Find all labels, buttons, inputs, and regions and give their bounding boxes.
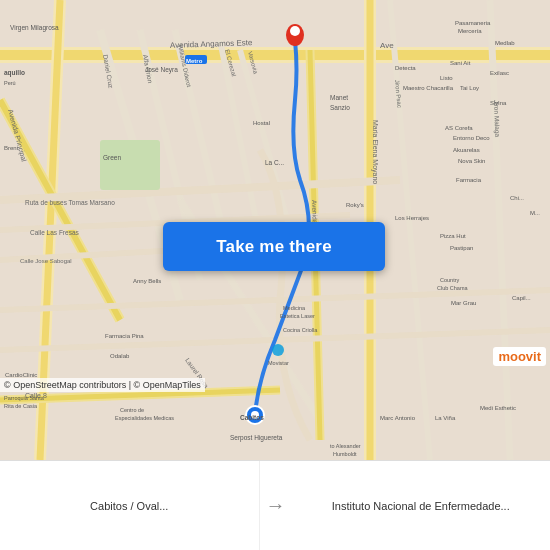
svg-text:Calle Jose Sabogal: Calle Jose Sabogal [20, 258, 72, 264]
svg-text:Mercería: Mercería [458, 28, 482, 34]
svg-text:Odalab: Odalab [110, 353, 130, 359]
svg-text:Movistar: Movistar [268, 360, 289, 366]
svg-text:Anny Bells: Anny Bells [133, 278, 161, 284]
svg-text:Medlab: Medlab [495, 40, 515, 46]
from-section[interactable]: Cabitos / Oval... [0, 461, 260, 550]
map-container: Avenida Angamos Este Ave Avenida Princip… [0, 0, 550, 460]
moovit-logo: moovit [493, 347, 546, 366]
svg-text:Detecta: Detecta [395, 65, 416, 71]
direction-arrow-icon: → [266, 494, 286, 517]
svg-text:Pizza Hut: Pizza Hut [440, 233, 466, 239]
svg-text:AS Corefa: AS Corefa [445, 125, 473, 131]
svg-text:Medi Esthetic: Medi Esthetic [480, 405, 516, 411]
svg-text:La C...: La C... [265, 159, 284, 166]
svg-text:Los Herrajes: Los Herrajes [395, 215, 429, 221]
svg-text:Club Chama: Club Chama [437, 285, 469, 291]
svg-text:Nova Skin: Nova Skin [458, 158, 485, 164]
from-label: Cabitos / Oval... [90, 500, 168, 512]
bottom-bar: Cabitos / Oval... → Instituto Nacional d… [0, 460, 550, 550]
svg-text:Sivina: Sivina [490, 100, 507, 106]
to-label: Instituto Nacional de Enfermedade... [332, 500, 510, 512]
svg-text:Marc Antonio: Marc Antonio [380, 415, 416, 421]
map-attribution: © OpenStreetMap contributors | © OpenMap… [0, 378, 205, 392]
svg-text:Rita de Casia: Rita de Casia [4, 403, 38, 409]
svg-text:M...: M... [530, 210, 540, 216]
svg-text:José Neyra: José Neyra [145, 66, 178, 74]
svg-text:Manet: Manet [330, 94, 348, 101]
svg-text:Humboldt: Humboldt [333, 451, 357, 457]
svg-text:Metro: Metro [186, 58, 203, 64]
svg-text:Pastipan: Pastipan [450, 245, 473, 251]
svg-text:Parroquia Santa: Parroquia Santa [4, 395, 45, 401]
svg-text:Serpost Higuereta: Serpost Higuereta [230, 434, 283, 442]
svg-text:Estetica Laser: Estetica Laser [280, 313, 315, 319]
svg-text:Sanzio: Sanzio [330, 104, 350, 111]
svg-text:Exilasc: Exilasc [490, 70, 509, 76]
svg-text:Tai Loy: Tai Loy [460, 85, 479, 91]
svg-point-64 [272, 344, 284, 356]
svg-text:Calle Las Fresas: Calle Las Fresas [30, 229, 80, 236]
svg-text:Entorno Deco: Entorno Deco [453, 135, 490, 141]
svg-text:Ruta de buses Tomas Marsano: Ruta de buses Tomas Marsano [25, 199, 115, 206]
svg-text:Akuarelas: Akuarelas [453, 147, 480, 153]
svg-text:Sani Ait: Sani Ait [450, 60, 471, 66]
svg-text:Cabitos: Cabitos [240, 414, 264, 421]
svg-text:Listo: Listo [440, 75, 453, 81]
svg-text:Brent: Brent [4, 145, 19, 151]
svg-text:Virgen Milagrosa: Virgen Milagrosa [10, 24, 59, 32]
svg-text:aquillo: aquillo [4, 69, 25, 77]
svg-text:Maestro Chacarilla: Maestro Chacarilla [403, 85, 454, 91]
svg-text:Capil...: Capil... [512, 295, 531, 301]
svg-text:Especialidades Medicas: Especialidades Medicas [115, 415, 174, 421]
svg-rect-1 [100, 140, 160, 190]
svg-text:to Alexander: to Alexander [330, 443, 361, 449]
svg-text:Roky's: Roky's [346, 202, 364, 208]
svg-text:Hostal: Hostal [253, 120, 270, 126]
svg-text:La Viña: La Viña [435, 415, 456, 421]
svg-text:Pasamaneria: Pasamaneria [455, 20, 491, 26]
svg-text:Green: Green [103, 154, 121, 161]
svg-text:Mar Grau: Mar Grau [451, 300, 476, 306]
svg-text:Farmacia: Farmacia [456, 177, 482, 183]
svg-text:Perú: Perú [4, 80, 16, 86]
svg-text:Cocina Criolla: Cocina Criolla [283, 327, 318, 333]
svg-text:Centro de: Centro de [120, 407, 144, 413]
svg-text:Farmacia Pina: Farmacia Pina [105, 333, 144, 339]
svg-text:Country: Country [440, 277, 460, 283]
to-section[interactable]: Instituto Nacional de Enfermedade... [292, 461, 551, 550]
svg-text:Chi...: Chi... [510, 195, 524, 201]
svg-text:Medicina: Medicina [283, 305, 306, 311]
svg-point-5 [290, 26, 300, 36]
svg-text:Ave: Ave [380, 41, 394, 50]
svg-text:Maria Elena Moyano: Maria Elena Moyano [371, 120, 379, 184]
take-me-there-button[interactable]: Take me there [163, 222, 385, 271]
